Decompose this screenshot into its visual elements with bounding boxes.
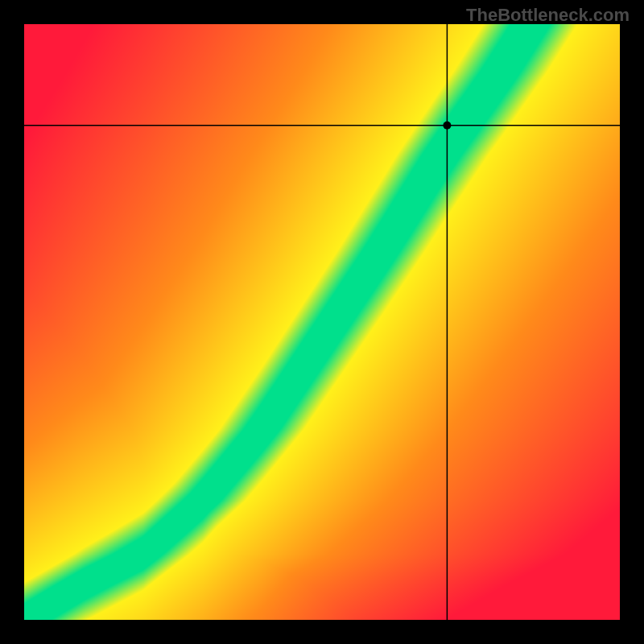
plot-area xyxy=(24,24,620,620)
bottleneck-heatmap: TheBottleneck.com xyxy=(0,0,644,644)
watermark-text: TheBottleneck.com xyxy=(466,5,630,26)
heatmap-canvas xyxy=(24,24,620,620)
